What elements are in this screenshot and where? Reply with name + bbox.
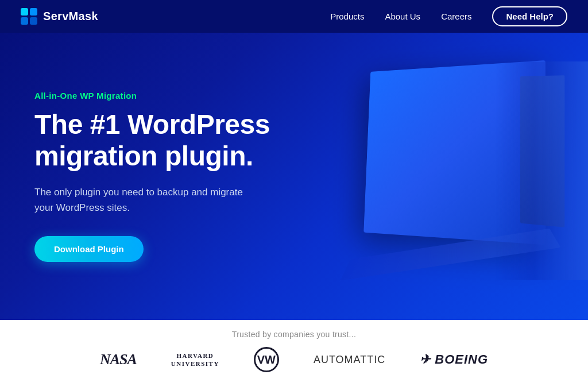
nav-links: Products About Us Careers Need Help? [330, 6, 567, 26]
shape-main-rect [363, 60, 546, 245]
cube-bl [21, 17, 28, 25]
hero-tagline: All-in-One WP Migration [34, 91, 322, 101]
logo-text: ServMask [43, 10, 98, 23]
need-help-button[interactable]: Need Help? [492, 6, 567, 26]
logo[interactable]: ServMask [21, 8, 98, 25]
automattic-logo: AUTOMATTIC [314, 354, 385, 366]
hero-title: The #1 WordPress migration plugin. [34, 109, 322, 172]
boeing-logo: ✈ BOEING [420, 352, 488, 367]
cube-tl [21, 8, 28, 16]
vw-logo: VW [254, 347, 279, 372]
nav-products[interactable]: Products [330, 11, 364, 21]
nav-careers[interactable]: Careers [441, 11, 471, 21]
navigation: ServMask Products About Us Careers Need … [0, 0, 588, 33]
hero-shape [289, 33, 588, 320]
hero-subtitle: The only plugin you need to backup and m… [34, 184, 264, 215]
logo-icon [21, 8, 37, 25]
nasa-logo: NASA [100, 351, 137, 368]
download-plugin-button[interactable]: Download Plugin [34, 236, 144, 262]
trusted-label: Trusted by companies you trust... [232, 330, 356, 339]
nav-about[interactable]: About Us [385, 11, 420, 21]
shape-glow-right [496, 61, 588, 280]
cube-tr [30, 8, 37, 16]
harvard-logo: HARVARDUNIVERSITY [171, 352, 219, 368]
logos-row: NASA HARVARDUNIVERSITY VW AUTOMATTIC ✈ B… [77, 347, 511, 372]
trusted-section: Trusted by companies you trust... NASA H… [0, 320, 588, 382]
hero-content: All-in-One WP Migration The #1 WordPress… [0, 91, 322, 263]
shape-bottom [340, 229, 560, 281]
shape-side-right [520, 75, 564, 227]
cube-br [30, 17, 37, 25]
hero-section: All-in-One WP Migration The #1 WordPress… [0, 33, 588, 320]
